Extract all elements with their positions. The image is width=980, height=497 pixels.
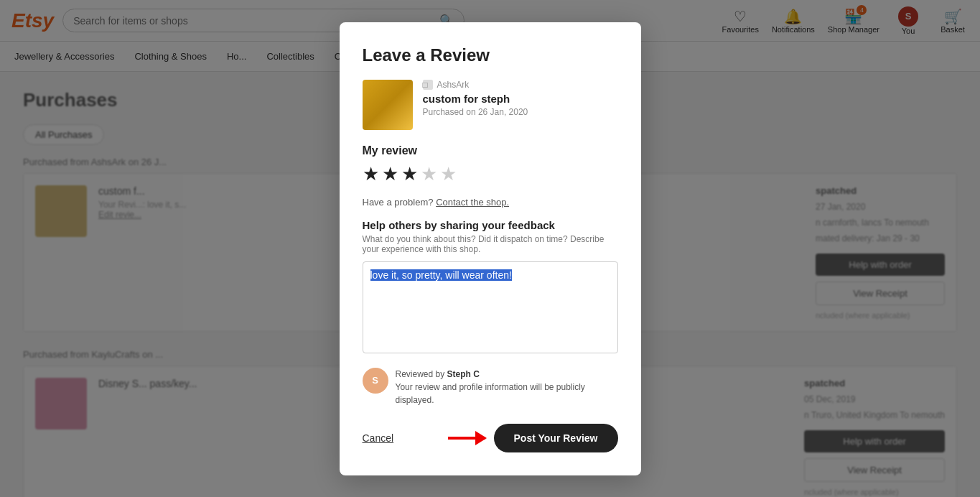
reviewer-text: Reviewed by Steph C Your review and prof… bbox=[396, 368, 618, 407]
arrow-wrapper: Post Your Review bbox=[448, 424, 618, 452]
shop-small-icon: □ bbox=[423, 80, 433, 90]
feedback-title: Help others by sharing your feedback bbox=[363, 219, 618, 231]
textarea-wrapper: love it, so pretty, will wear often! bbox=[363, 261, 618, 356]
star-3[interactable]: ★ bbox=[401, 163, 418, 185]
reviewer-row: S Reviewed by Steph C Your review and pr… bbox=[363, 368, 618, 407]
modal-overlay[interactable]: Leave a Review □ AshsArk custom for step… bbox=[0, 0, 980, 497]
shop-name: AshsArk bbox=[437, 80, 470, 90]
product-row: □ AshsArk custom for steph Purchased on … bbox=[363, 80, 618, 130]
arrow-shaft bbox=[448, 437, 485, 440]
review-textarea[interactable]: love it, so pretty, will wear often! bbox=[363, 261, 618, 353]
product-modal-info: □ AshsArk custom for steph Purchased on … bbox=[423, 80, 528, 117]
product-modal-name: custom for steph bbox=[423, 93, 528, 105]
my-review-label: My review bbox=[363, 144, 618, 157]
contact-shop-link[interactable]: Contact the shop. bbox=[436, 197, 509, 208]
problem-text: Have a problem? bbox=[363, 197, 434, 208]
problem-row: Have a problem? Contact the shop. bbox=[363, 197, 618, 208]
reviewer-note: Your review and profile information will… bbox=[396, 382, 585, 405]
arrow-indicator bbox=[448, 437, 485, 440]
modal-title: Leave a Review bbox=[363, 45, 618, 65]
reviewer-avatar: S bbox=[363, 368, 388, 394]
purchased-date: Purchased on 26 Jan, 2020 bbox=[423, 107, 528, 117]
post-review-button[interactable]: Post Your Review bbox=[494, 424, 618, 452]
star-4[interactable]: ★ bbox=[421, 163, 437, 185]
star-5[interactable]: ★ bbox=[440, 163, 457, 185]
reviewer-name: Steph C bbox=[447, 369, 480, 379]
cancel-button[interactable]: Cancel bbox=[363, 432, 394, 444]
star-1[interactable]: ★ bbox=[363, 163, 379, 185]
shop-name-row: □ AshsArk bbox=[423, 80, 528, 90]
modal-actions: Cancel Post Your Review bbox=[363, 424, 618, 452]
reviewed-by-label: Reviewed by bbox=[396, 369, 445, 379]
feedback-desc: What do you think about this? Did it dis… bbox=[363, 234, 618, 254]
stars-row[interactable]: ★ ★ ★ ★ ★ bbox=[363, 163, 618, 185]
product-modal-thumb bbox=[363, 80, 413, 130]
star-2[interactable]: ★ bbox=[382, 163, 398, 185]
review-modal: Leave a Review □ AshsArk custom for step… bbox=[340, 22, 641, 475]
